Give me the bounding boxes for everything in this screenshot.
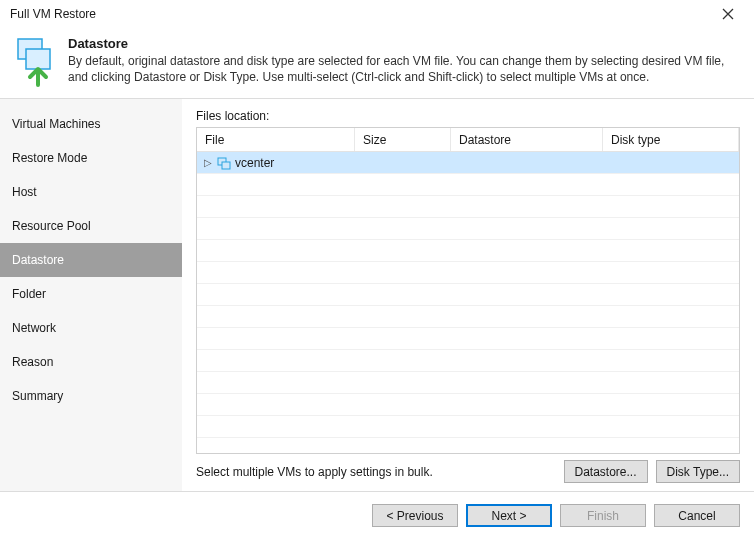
hint-row: Select multiple VMs to apply settings in… [196,460,740,483]
previous-button[interactable]: < Previous [372,504,458,527]
sidebar-item-label: Reason [12,355,53,369]
sidebar-item-label: Restore Mode [12,151,87,165]
file-name: vcenter [235,156,274,170]
close-icon[interactable] [710,2,746,26]
cell-file: ▷ vcenter [197,156,355,170]
tree-expander-icon[interactable]: ▷ [203,157,213,168]
hint-buttons: Datastore... Disk Type... [564,460,741,483]
column-header-size[interactable]: Size [355,128,451,151]
files-location-label: Files location: [196,109,740,123]
table-row [197,218,739,240]
table-row [197,350,739,372]
datastore-icon [12,36,56,88]
datastore-button[interactable]: Datastore... [564,460,648,483]
sidebar-item-folder[interactable]: Folder [0,277,182,311]
table-row[interactable]: ▷ vcenter [197,152,739,174]
sidebar-item-label: Virtual Machines [12,117,101,131]
step-title: Datastore [68,36,742,51]
grid-header: File Size Datastore Disk type [197,128,739,152]
table-row [197,416,739,438]
table-row [197,284,739,306]
table-row [197,394,739,416]
sidebar-item-reason[interactable]: Reason [0,345,182,379]
titlebar: Full VM Restore [0,0,754,28]
column-header-file[interactable]: File [197,128,355,151]
table-row [197,372,739,394]
sidebar-item-restore-mode[interactable]: Restore Mode [0,141,182,175]
cancel-button[interactable]: Cancel [654,504,740,527]
svg-rect-1 [26,49,50,69]
vm-icon [217,156,231,170]
step-description: By default, original datastore and disk … [68,53,742,85]
disk-type-button[interactable]: Disk Type... [656,460,740,483]
sidebar-item-label: Summary [12,389,63,403]
sidebar-item-summary[interactable]: Summary [0,379,182,413]
sidebar-item-label: Folder [12,287,46,301]
sidebar-item-datastore[interactable]: Datastore [0,243,182,277]
sidebar-item-resource-pool[interactable]: Resource Pool [0,209,182,243]
wizard-body: Virtual Machines Restore Mode Host Resou… [0,99,754,491]
bulk-hint: Select multiple VMs to apply settings in… [196,465,433,479]
main-panel: Files location: File Size Datastore Disk… [182,99,754,491]
grid-body: ▷ vcenter [197,152,739,453]
sidebar-item-label: Resource Pool [12,219,91,233]
finish-button: Finish [560,504,646,527]
table-row [197,306,739,328]
svg-rect-3 [222,162,230,169]
wizard-header: Datastore By default, original datastore… [0,28,754,98]
sidebar-item-label: Datastore [12,253,64,267]
sidebar-item-network[interactable]: Network [0,311,182,345]
wizard-footer: < Previous Next > Finish Cancel [0,491,754,537]
table-row [197,174,739,196]
table-row [197,262,739,284]
wizard-steps-sidebar: Virtual Machines Restore Mode Host Resou… [0,99,182,491]
sidebar-item-host[interactable]: Host [0,175,182,209]
sidebar-item-virtual-machines[interactable]: Virtual Machines [0,107,182,141]
column-header-datastore[interactable]: Datastore [451,128,603,151]
table-row [197,196,739,218]
window-title: Full VM Restore [10,7,96,21]
next-button[interactable]: Next > [466,504,552,527]
table-row [197,240,739,262]
column-header-disk-type[interactable]: Disk type [603,128,739,151]
files-grid: File Size Datastore Disk type ▷ vcenter [196,127,740,454]
table-row [197,328,739,350]
sidebar-item-label: Host [12,185,37,199]
wizard-header-text: Datastore By default, original datastore… [68,36,742,85]
sidebar-item-label: Network [12,321,56,335]
